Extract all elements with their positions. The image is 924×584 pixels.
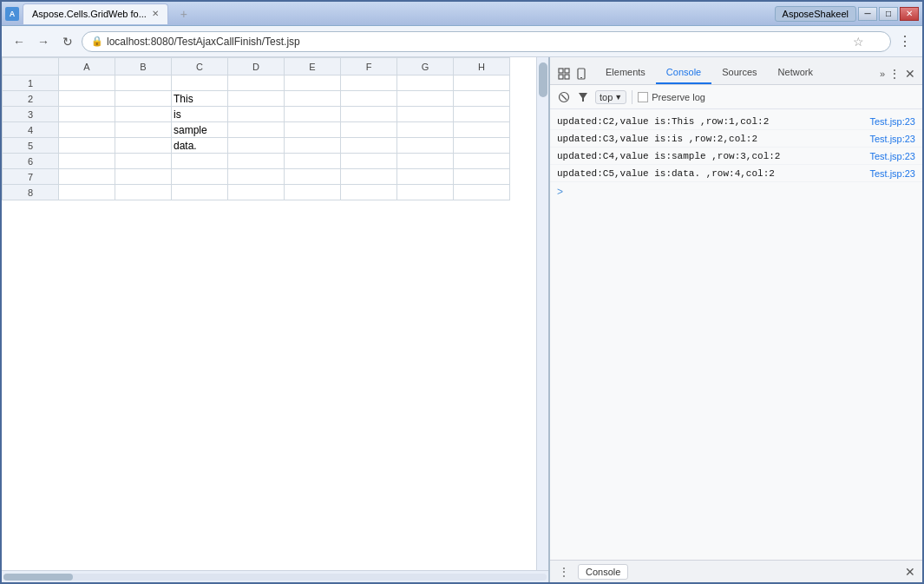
grid-cell[interactable] — [341, 185, 397, 200]
grid-cell[interactable]: This — [172, 91, 228, 107]
refresh-button[interactable]: ↻ — [57, 31, 78, 52]
grid-cell[interactable] — [285, 138, 341, 154]
grid-cell[interactable] — [397, 122, 454, 138]
devtools-menu-icon[interactable]: ⋮ — [888, 67, 901, 81]
grid-cell[interactable] — [115, 154, 172, 169]
grid-cell[interactable] — [341, 107, 397, 122]
grid-cell[interactable] — [59, 75, 115, 91]
more-tabs-icon[interactable]: » — [880, 69, 885, 79]
vertical-scrollbar[interactable] — [536, 57, 548, 570]
grid-container[interactable]: A B C D E F G H 12This3is4sample5da — [2, 57, 536, 570]
grid-cell[interactable] — [228, 185, 285, 200]
back-button[interactable]: ← — [9, 31, 29, 52]
grid-cell[interactable] — [59, 169, 115, 185]
clear-console-button[interactable] — [557, 90, 571, 104]
tab-console[interactable]: Console — [656, 63, 711, 84]
address-bar[interactable]: 🔒 localhost:8080/TestAjaxCallFinish/Test… — [82, 31, 891, 52]
grid-cell[interactable]: is — [172, 107, 228, 122]
grid-cell[interactable] — [397, 154, 454, 169]
grid-cell[interactable] — [228, 169, 285, 185]
grid-cell[interactable] — [228, 154, 285, 169]
grid-cell[interactable] — [454, 91, 510, 107]
close-button[interactable]: ✕ — [900, 7, 919, 21]
inspect-element-icon[interactable] — [557, 67, 571, 81]
grid-cell[interactable] — [397, 138, 454, 154]
grid-cell[interactable] — [115, 185, 172, 200]
grid-cell[interactable]: sample — [172, 122, 228, 138]
grid-cell[interactable] — [397, 169, 454, 185]
grid-cell[interactable] — [172, 154, 228, 169]
grid-cell[interactable] — [341, 75, 397, 91]
grid-cell[interactable] — [285, 107, 341, 122]
context-selector[interactable]: top ▼ — [595, 90, 626, 104]
grid-cell[interactable] — [341, 122, 397, 138]
console-tab-label[interactable]: Console — [578, 564, 628, 580]
grid-cell[interactable] — [285, 169, 341, 185]
grid-cell[interactable] — [454, 154, 510, 169]
grid-cell[interactable] — [285, 75, 341, 91]
tab-close-button[interactable]: ✕ — [152, 9, 159, 18]
filter-icon[interactable] — [576, 90, 590, 104]
bookmark-icon[interactable]: ☆ — [853, 35, 864, 49]
grid-cell[interactable] — [59, 122, 115, 138]
mobile-icon[interactable] — [574, 67, 588, 81]
console-source-link[interactable]: Test.jsp:23 — [869, 134, 915, 144]
grid-cell[interactable] — [397, 91, 454, 107]
grid-cell[interactable] — [172, 169, 228, 185]
grid-cell[interactable] — [228, 107, 285, 122]
console-settings-icon[interactable]: ⋮ — [557, 565, 571, 579]
grid-cell[interactable] — [228, 75, 285, 91]
grid-cell[interactable] — [454, 107, 510, 122]
grid-cell[interactable] — [115, 122, 172, 138]
forward-button[interactable]: → — [33, 31, 54, 52]
grid-cell[interactable] — [454, 185, 510, 200]
grid-cell[interactable] — [285, 91, 341, 107]
console-source-link[interactable]: Test.jsp:23 — [869, 151, 915, 161]
grid-cell[interactable] — [59, 138, 115, 154]
grid-cell[interactable] — [115, 107, 172, 122]
grid-cell[interactable] — [341, 91, 397, 107]
grid-cell[interactable] — [59, 185, 115, 200]
grid-cell[interactable] — [115, 138, 172, 154]
grid-cell[interactable] — [228, 138, 285, 154]
browser-menu-button[interactable]: ⋮ — [895, 33, 915, 49]
active-tab[interactable]: Aspose.Cells.GridWeb fo... ✕ — [23, 3, 168, 24]
preserve-log-checkbox[interactable]: Preserve log — [638, 92, 705, 102]
new-tab-area[interactable]: + — [172, 4, 196, 23]
console-source-link[interactable]: Test.jsp:23 — [869, 116, 915, 127]
grid-cell[interactable] — [454, 75, 510, 91]
grid-cell[interactable] — [397, 75, 454, 91]
console-source-link[interactable]: Test.jsp:23 — [869, 168, 915, 179]
grid-cell[interactable] — [115, 91, 172, 107]
grid-cell[interactable] — [454, 138, 510, 154]
grid-cell[interactable] — [454, 122, 510, 138]
grid-cell[interactable] — [285, 122, 341, 138]
scrollbar-thumb-h[interactable] — [3, 574, 73, 581]
grid-cell[interactable] — [397, 107, 454, 122]
grid-cell[interactable] — [341, 154, 397, 169]
grid-cell[interactable]: data. — [172, 138, 228, 154]
maximize-button[interactable]: □ — [879, 7, 898, 21]
devtools-close-icon[interactable]: ✕ — [905, 67, 915, 81]
bottom-close-button[interactable]: ✕ — [905, 565, 915, 579]
grid-cell[interactable] — [228, 122, 285, 138]
grid-cell[interactable] — [341, 138, 397, 154]
tab-network[interactable]: Network — [768, 63, 823, 84]
grid-cell[interactable] — [172, 185, 228, 200]
grid-cell[interactable] — [172, 75, 228, 91]
tab-elements[interactable]: Elements — [595, 63, 656, 84]
grid-cell[interactable] — [454, 169, 510, 185]
grid-cell[interactable] — [115, 169, 172, 185]
minimize-button[interactable]: ─ — [858, 7, 877, 21]
grid-cell[interactable] — [59, 107, 115, 122]
grid-cell[interactable] — [228, 91, 285, 107]
tab-sources[interactable]: Sources — [711, 63, 767, 84]
grid-cell[interactable] — [115, 75, 172, 91]
grid-cell[interactable] — [59, 154, 115, 169]
grid-cell[interactable] — [341, 169, 397, 185]
grid-cell[interactable] — [285, 154, 341, 169]
scrollbar-thumb[interactable] — [539, 62, 547, 97]
horizontal-scrollbar[interactable] — [2, 570, 548, 582]
grid-cell[interactable] — [59, 91, 115, 107]
preserve-log-check[interactable] — [638, 92, 648, 102]
